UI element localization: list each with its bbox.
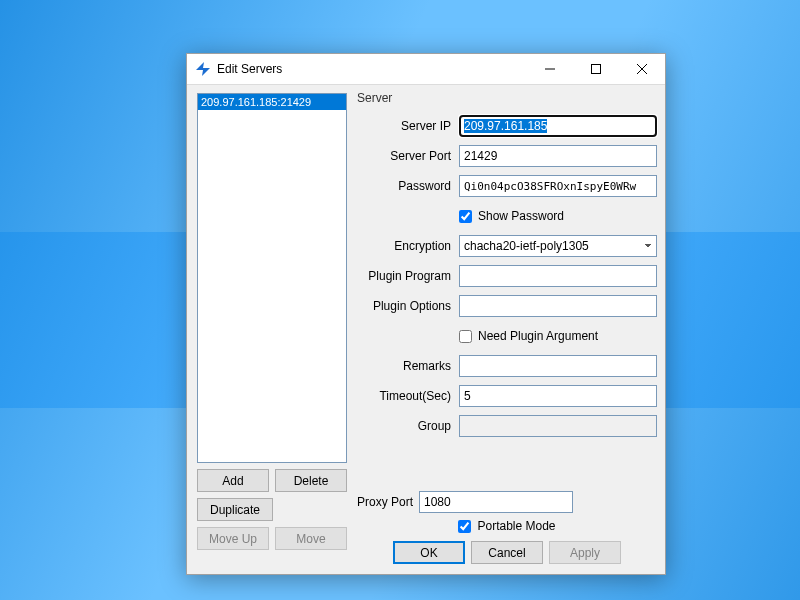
server-ip-label: Server IP bbox=[357, 119, 459, 133]
need-plugin-arg-checkbox[interactable]: Need Plugin Argument bbox=[459, 329, 657, 343]
apply-button: Apply bbox=[549, 541, 621, 564]
duplicate-button[interactable]: Duplicate bbox=[197, 498, 273, 521]
portable-mode-checkbox[interactable]: Portable Mode bbox=[458, 519, 555, 533]
move-button: Move bbox=[275, 527, 347, 550]
encryption-select[interactable]: chacha20-ietf-poly1305 bbox=[459, 235, 657, 257]
titlebar[interactable]: Edit Servers bbox=[187, 54, 665, 85]
server-port-input[interactable] bbox=[459, 145, 657, 167]
plugin-options-input[interactable] bbox=[459, 295, 657, 317]
group-label: Group bbox=[357, 419, 459, 433]
delete-button[interactable]: Delete bbox=[275, 469, 347, 492]
show-password-checkbox[interactable]: Show Password bbox=[459, 209, 657, 223]
need-plugin-arg-label: Need Plugin Argument bbox=[478, 329, 598, 343]
plugin-options-label: Plugin Options bbox=[357, 299, 459, 313]
password-input[interactable] bbox=[459, 175, 657, 197]
proxy-port-label: Proxy Port bbox=[357, 495, 413, 509]
server-group: Server Server IP Server Port P bbox=[357, 93, 657, 443]
server-port-label: Server Port bbox=[357, 149, 459, 163]
edit-servers-window: Edit Servers 209.97.161.185:21429 bbox=[186, 53, 666, 575]
portable-mode-label: Portable Mode bbox=[477, 519, 555, 533]
remarks-input[interactable] bbox=[459, 355, 657, 377]
add-button[interactable]: Add bbox=[197, 469, 269, 492]
minimize-button[interactable] bbox=[527, 54, 573, 84]
plugin-program-input[interactable] bbox=[459, 265, 657, 287]
show-password-box[interactable] bbox=[459, 210, 472, 223]
close-button[interactable] bbox=[619, 54, 665, 84]
group-title: Server bbox=[357, 91, 392, 105]
desktop-background: Edit Servers 209.97.161.185:21429 bbox=[0, 0, 800, 600]
svg-rect-1 bbox=[592, 65, 601, 74]
password-label: Password bbox=[357, 179, 459, 193]
timeout-label: Timeout(Sec) bbox=[357, 389, 459, 403]
encryption-label: Encryption bbox=[357, 239, 459, 253]
show-password-label: Show Password bbox=[478, 209, 564, 223]
plugin-program-label: Plugin Program bbox=[357, 269, 459, 283]
server-ip-input[interactable] bbox=[459, 115, 657, 137]
cancel-button[interactable]: Cancel bbox=[471, 541, 543, 564]
window-title: Edit Servers bbox=[217, 62, 282, 76]
need-plugin-arg-box[interactable] bbox=[459, 330, 472, 343]
timeout-input[interactable] bbox=[459, 385, 657, 407]
move-up-button: Move Up bbox=[197, 527, 269, 550]
group-input[interactable] bbox=[459, 415, 657, 437]
portable-mode-box[interactable] bbox=[458, 520, 471, 533]
server-list-item[interactable]: 209.97.161.185:21429 bbox=[198, 94, 346, 110]
remarks-label: Remarks bbox=[357, 359, 459, 373]
ok-button[interactable]: OK bbox=[393, 541, 465, 564]
maximize-button[interactable] bbox=[573, 54, 619, 84]
server-listbox[interactable]: 209.97.161.185:21429 bbox=[197, 93, 347, 463]
proxy-port-input[interactable] bbox=[419, 491, 573, 513]
app-icon bbox=[195, 61, 211, 77]
